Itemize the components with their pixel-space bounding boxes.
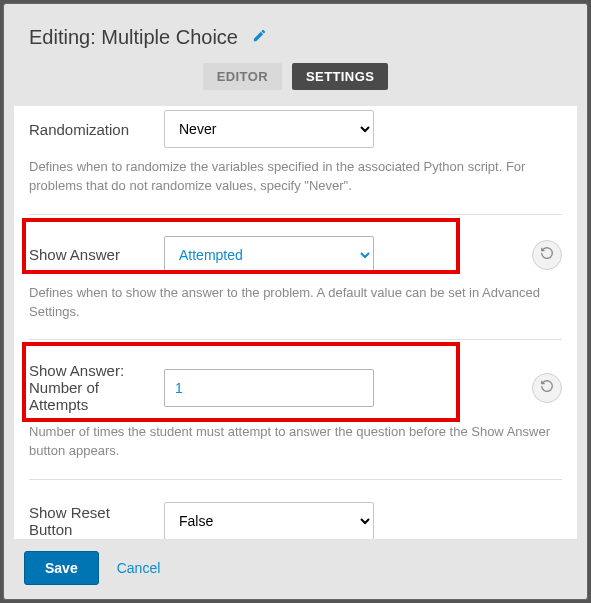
modal-dialog: Editing: Multiple Choice EDITOR SETTINGS… (3, 3, 588, 600)
page-title: Editing: Multiple Choice (29, 26, 238, 49)
title-row: Editing: Multiple Choice (29, 26, 562, 49)
scroll-area[interactable]: Randomization Never Defines when to rand… (14, 106, 577, 539)
footer: Save Cancel (4, 539, 587, 599)
show-answer-select[interactable]: Attempted (164, 236, 374, 274)
show-answer-label: Show Answer (29, 246, 154, 263)
setting-show-reset: Show Reset Button False (29, 480, 562, 539)
show-answer-attempts-label: Show Answer: Number of Attempts (29, 362, 154, 413)
cancel-button[interactable]: Cancel (117, 560, 161, 576)
content-wrapper: Randomization Never Defines when to rand… (14, 106, 577, 539)
setting-control: False (164, 502, 562, 539)
show-reset-select[interactable]: False (164, 502, 374, 539)
randomization-select[interactable]: Never (164, 110, 374, 148)
setting-show-answer: Show Answer Attempted Defines when to sh… (29, 215, 562, 341)
setting-row: Show Answer: Number of Attempts (29, 356, 562, 413)
undo-icon (540, 246, 554, 263)
setting-row: Randomization Never (29, 110, 562, 148)
show-answer-attempts-input[interactable] (164, 369, 374, 407)
save-button[interactable]: Save (24, 551, 99, 585)
randomization-label: Randomization (29, 121, 154, 138)
show-reset-label: Show Reset Button (29, 504, 154, 538)
randomization-help: Defines when to randomize the variables … (29, 158, 562, 196)
tab-settings[interactable]: SETTINGS (292, 63, 388, 90)
tab-editor[interactable]: EDITOR (203, 63, 282, 90)
setting-control: Attempted (164, 236, 514, 274)
setting-row: Show Answer Attempted (29, 231, 562, 274)
show-answer-reset-button[interactable] (532, 240, 562, 270)
setting-show-answer-attempts: Show Answer: Number of Attempts Number o… (29, 340, 562, 480)
undo-icon (540, 379, 554, 396)
modal-header: Editing: Multiple Choice EDITOR SETTINGS (4, 4, 587, 106)
setting-control: Never (164, 110, 562, 148)
tabs: EDITOR SETTINGS (29, 63, 562, 98)
show-answer-attempts-reset-button[interactable] (532, 373, 562, 403)
pencil-icon[interactable] (252, 28, 267, 47)
show-answer-attempts-help: Number of times the student must attempt… (29, 423, 562, 461)
setting-randomization: Randomization Never Defines when to rand… (29, 106, 562, 215)
setting-control (164, 369, 514, 407)
show-answer-help: Defines when to show the answer to the p… (29, 284, 562, 322)
setting-row: Show Reset Button False (29, 496, 562, 539)
